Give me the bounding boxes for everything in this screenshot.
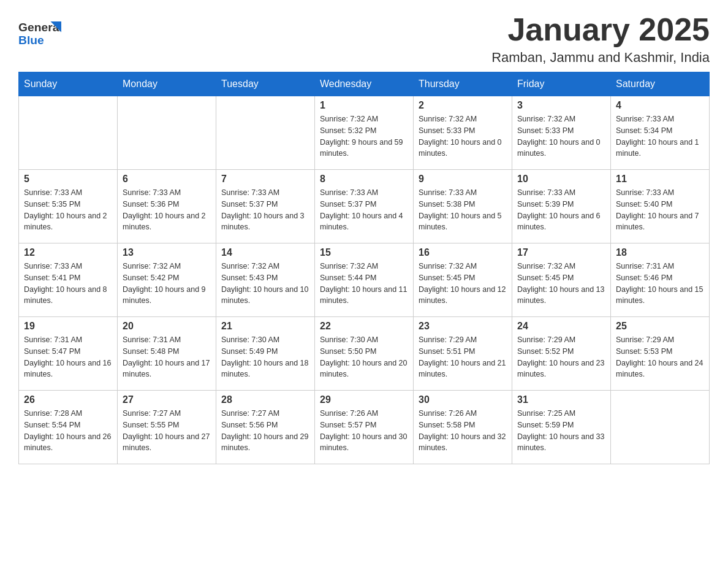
day-info: Sunrise: 7:30 AM Sunset: 5:49 PM Dayligh… (221, 334, 309, 380)
day-info: Sunrise: 7:33 AM Sunset: 5:40 PM Dayligh… (616, 187, 704, 233)
month-title: January 2025 (491, 12, 710, 47)
day-info: Sunrise: 7:25 AM Sunset: 5:59 PM Dayligh… (517, 408, 605, 454)
calendar-cell (118, 96, 216, 170)
day-number: 13 (123, 247, 211, 258)
logo: General Blue (18, 15, 61, 49)
calendar-cell: 13Sunrise: 7:32 AM Sunset: 5:42 PM Dayli… (118, 243, 216, 317)
day-number: 31 (517, 394, 605, 405)
day-number: 10 (517, 174, 605, 185)
calendar-cell: 27Sunrise: 7:27 AM Sunset: 5:55 PM Dayli… (118, 391, 216, 464)
title-block: January 2025 Ramban, Jammu and Kashmir, … (491, 12, 710, 66)
calendar-cell: 24Sunrise: 7:29 AM Sunset: 5:52 PM Dayli… (512, 317, 611, 391)
calendar-cell: 3Sunrise: 7:32 AM Sunset: 5:33 PM Daylig… (512, 96, 611, 170)
day-number: 4 (616, 100, 704, 111)
calendar-cell: 20Sunrise: 7:31 AM Sunset: 5:48 PM Dayli… (118, 317, 216, 391)
svg-text:Blue: Blue (18, 34, 44, 47)
logo-icon: General Blue (18, 15, 61, 49)
day-info: Sunrise: 7:32 AM Sunset: 5:45 PM Dayligh… (419, 261, 507, 307)
calendar-cell: 21Sunrise: 7:30 AM Sunset: 5:49 PM Dayli… (216, 317, 315, 391)
day-info: Sunrise: 7:33 AM Sunset: 5:37 PM Dayligh… (320, 187, 408, 233)
calendar-cell: 10Sunrise: 7:33 AM Sunset: 5:39 PM Dayli… (512, 170, 611, 243)
calendar-cell (611, 391, 710, 464)
day-number: 27 (123, 394, 211, 405)
calendar-week-1: 1Sunrise: 7:32 AM Sunset: 5:32 PM Daylig… (19, 96, 710, 170)
day-number: 15 (320, 247, 408, 258)
calendar-week-5: 26Sunrise: 7:28 AM Sunset: 5:54 PM Dayli… (19, 391, 710, 464)
location: Ramban, Jammu and Kashmir, India (491, 50, 710, 66)
day-info: Sunrise: 7:32 AM Sunset: 5:33 PM Dayligh… (517, 113, 605, 159)
day-number: 22 (320, 321, 408, 332)
calendar-cell: 29Sunrise: 7:26 AM Sunset: 5:57 PM Dayli… (315, 391, 414, 464)
day-number: 21 (221, 321, 309, 332)
calendar-header-tuesday: Tuesday (216, 72, 315, 96)
day-info: Sunrise: 7:29 AM Sunset: 5:53 PM Dayligh… (616, 334, 704, 380)
calendar-cell: 11Sunrise: 7:33 AM Sunset: 5:40 PM Dayli… (611, 170, 710, 243)
calendar-cell: 26Sunrise: 7:28 AM Sunset: 5:54 PM Dayli… (19, 391, 118, 464)
day-number: 3 (517, 100, 605, 111)
calendar-cell: 4Sunrise: 7:33 AM Sunset: 5:34 PM Daylig… (611, 96, 710, 170)
day-info: Sunrise: 7:31 AM Sunset: 5:47 PM Dayligh… (24, 334, 112, 380)
day-info: Sunrise: 7:32 AM Sunset: 5:44 PM Dayligh… (320, 261, 408, 307)
day-info: Sunrise: 7:26 AM Sunset: 5:57 PM Dayligh… (320, 408, 408, 454)
day-number: 2 (419, 100, 507, 111)
calendar-cell: 8Sunrise: 7:33 AM Sunset: 5:37 PM Daylig… (315, 170, 414, 243)
calendar-cell: 6Sunrise: 7:33 AM Sunset: 5:36 PM Daylig… (118, 170, 216, 243)
day-info: Sunrise: 7:32 AM Sunset: 5:32 PM Dayligh… (320, 113, 408, 159)
calendar-cell: 12Sunrise: 7:33 AM Sunset: 5:41 PM Dayli… (19, 243, 118, 317)
day-info: Sunrise: 7:32 AM Sunset: 5:33 PM Dayligh… (419, 113, 507, 159)
day-info: Sunrise: 7:31 AM Sunset: 5:46 PM Dayligh… (616, 261, 704, 307)
calendar-week-2: 5Sunrise: 7:33 AM Sunset: 5:35 PM Daylig… (19, 170, 710, 243)
page-header: General Blue January 2025 Ramban, Jammu … (18, 12, 710, 66)
day-number: 19 (24, 321, 112, 332)
day-info: Sunrise: 7:27 AM Sunset: 5:56 PM Dayligh… (221, 408, 309, 454)
calendar-cell: 19Sunrise: 7:31 AM Sunset: 5:47 PM Dayli… (19, 317, 118, 391)
day-info: Sunrise: 7:32 AM Sunset: 5:43 PM Dayligh… (221, 261, 309, 307)
day-info: Sunrise: 7:33 AM Sunset: 5:36 PM Dayligh… (123, 187, 211, 233)
calendar-cell: 1Sunrise: 7:32 AM Sunset: 5:32 PM Daylig… (315, 96, 414, 170)
calendar-header-saturday: Saturday (611, 72, 710, 96)
calendar-week-4: 19Sunrise: 7:31 AM Sunset: 5:47 PM Dayli… (19, 317, 710, 391)
day-info: Sunrise: 7:27 AM Sunset: 5:55 PM Dayligh… (123, 408, 211, 454)
calendar-cell: 31Sunrise: 7:25 AM Sunset: 5:59 PM Dayli… (512, 391, 611, 464)
day-number: 25 (616, 321, 704, 332)
calendar-table: SundayMondayTuesdayWednesdayThursdayFrid… (18, 72, 710, 464)
day-info: Sunrise: 7:28 AM Sunset: 5:54 PM Dayligh… (24, 408, 112, 454)
calendar-header-row: SundayMondayTuesdayWednesdayThursdayFrid… (19, 72, 710, 96)
calendar-cell (216, 96, 315, 170)
day-number: 14 (221, 247, 309, 258)
day-info: Sunrise: 7:31 AM Sunset: 5:48 PM Dayligh… (123, 334, 211, 380)
calendar-cell: 18Sunrise: 7:31 AM Sunset: 5:46 PM Dayli… (611, 243, 710, 317)
day-info: Sunrise: 7:32 AM Sunset: 5:42 PM Dayligh… (123, 261, 211, 307)
day-number: 11 (616, 174, 704, 185)
day-number: 16 (419, 247, 507, 258)
day-number: 24 (517, 321, 605, 332)
calendar-cell: 17Sunrise: 7:32 AM Sunset: 5:45 PM Dayli… (512, 243, 611, 317)
day-number: 28 (221, 394, 309, 405)
day-info: Sunrise: 7:33 AM Sunset: 5:39 PM Dayligh… (517, 187, 605, 233)
day-info: Sunrise: 7:32 AM Sunset: 5:45 PM Dayligh… (517, 261, 605, 307)
day-number: 6 (123, 174, 211, 185)
day-info: Sunrise: 7:29 AM Sunset: 5:52 PM Dayligh… (517, 334, 605, 380)
day-number: 20 (123, 321, 211, 332)
calendar-cell: 15Sunrise: 7:32 AM Sunset: 5:44 PM Dayli… (315, 243, 414, 317)
day-number: 8 (320, 174, 408, 185)
day-number: 26 (24, 394, 112, 405)
calendar-cell: 16Sunrise: 7:32 AM Sunset: 5:45 PM Dayli… (414, 243, 512, 317)
day-number: 9 (419, 174, 507, 185)
calendar-cell: 9Sunrise: 7:33 AM Sunset: 5:38 PM Daylig… (414, 170, 512, 243)
day-info: Sunrise: 7:33 AM Sunset: 5:38 PM Dayligh… (419, 187, 507, 233)
day-number: 1 (320, 100, 408, 111)
day-info: Sunrise: 7:33 AM Sunset: 5:35 PM Dayligh… (24, 187, 112, 233)
day-info: Sunrise: 7:33 AM Sunset: 5:37 PM Dayligh… (221, 187, 309, 233)
day-info: Sunrise: 7:33 AM Sunset: 5:41 PM Dayligh… (24, 261, 112, 307)
calendar-header-sunday: Sunday (19, 72, 118, 96)
calendar-cell: 2Sunrise: 7:32 AM Sunset: 5:33 PM Daylig… (414, 96, 512, 170)
day-number: 18 (616, 247, 704, 258)
calendar-header-friday: Friday (512, 72, 611, 96)
day-info: Sunrise: 7:29 AM Sunset: 5:51 PM Dayligh… (419, 334, 507, 380)
calendar-cell: 28Sunrise: 7:27 AM Sunset: 5:56 PM Dayli… (216, 391, 315, 464)
calendar-week-3: 12Sunrise: 7:33 AM Sunset: 5:41 PM Dayli… (19, 243, 710, 317)
calendar-cell: 30Sunrise: 7:26 AM Sunset: 5:58 PM Dayli… (414, 391, 512, 464)
calendar-cell: 22Sunrise: 7:30 AM Sunset: 5:50 PM Dayli… (315, 317, 414, 391)
day-number: 29 (320, 394, 408, 405)
